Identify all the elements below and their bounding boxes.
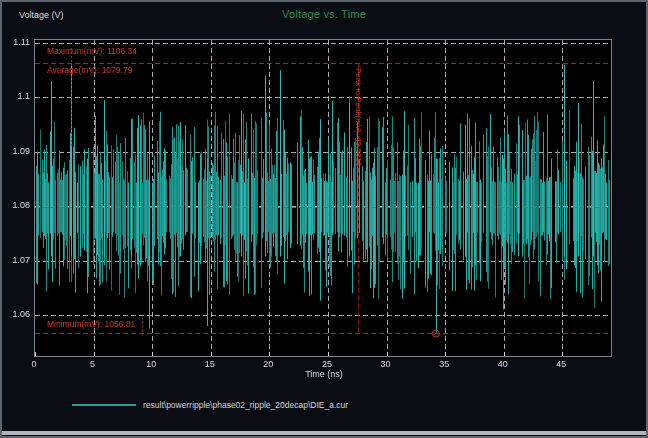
x-tick-label: 30 [376, 359, 396, 369]
x-axis-title: Time (ns) [2, 369, 646, 379]
maximum-annotation: Maximum(mV): 1106.34 [47, 47, 137, 56]
x-tick-label: 5 [83, 359, 103, 369]
legend-item[interactable]: result\powerripple\phase02_ripple_20deca… [72, 399, 348, 411]
x-tick-label: 10 [141, 359, 161, 369]
y-axis-title: Voltage (V) [19, 10, 64, 20]
plot-area [34, 39, 612, 357]
x-tick-label: 35 [434, 359, 454, 369]
legend-line-swatch [72, 404, 136, 406]
y-tick-label: 1.1 [2, 91, 30, 101]
x-tick-label: 20 [258, 359, 278, 369]
minimum-annotation: Minimum(mV): 1056.81 [47, 320, 135, 329]
y-tick-label: 1.09 [2, 146, 30, 156]
waveform-viewer-window: Voltage vs. Time Voltage (V) Maximum(mV)… [0, 0, 648, 438]
y-tick-label: 1.07 [2, 255, 30, 265]
legend-label: result\powerripple\phase02_ripple_20deca… [143, 400, 348, 410]
y-tick-label: 1.08 [2, 200, 30, 210]
y-tick-label: 1.11 [2, 37, 30, 47]
average-annotation: Average(mV): 1079.79 [47, 66, 132, 75]
x-tick-label: 40 [493, 359, 513, 369]
peak-to-peak-annotation: Peak to Peak(mV): 49.5316 [354, 68, 363, 166]
x-tick-label: 45 [551, 359, 571, 369]
x-tick-label: 25 [317, 359, 337, 369]
y-tick-label: 1.06 [2, 309, 30, 319]
window-bottom-edge [2, 431, 646, 435]
x-tick-label: 0 [24, 359, 44, 369]
chart-title: Voltage vs. Time [2, 8, 646, 20]
waveform-canvas[interactable] [35, 40, 611, 356]
x-tick-label: 15 [200, 359, 220, 369]
